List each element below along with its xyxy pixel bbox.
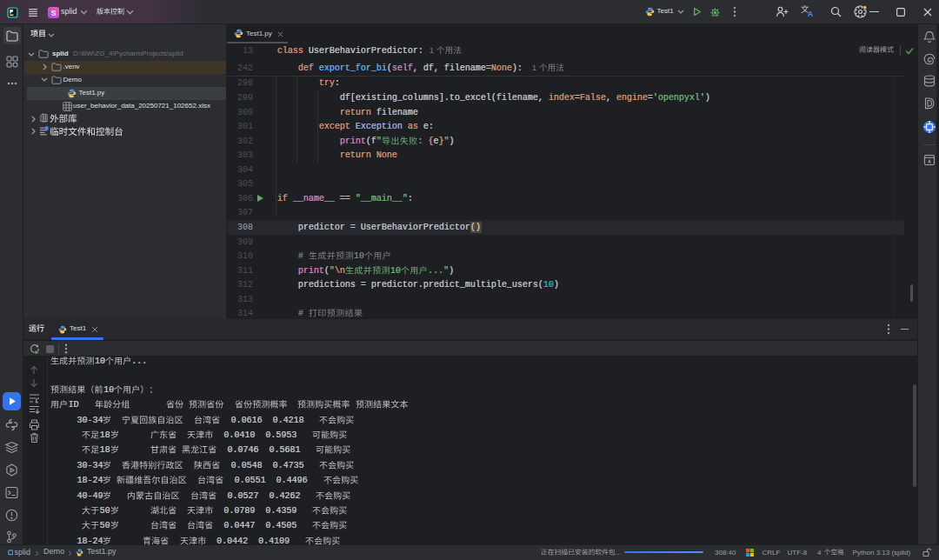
svg-text:!: ! (46, 126, 47, 130)
svg-text:S: S (51, 9, 57, 17)
